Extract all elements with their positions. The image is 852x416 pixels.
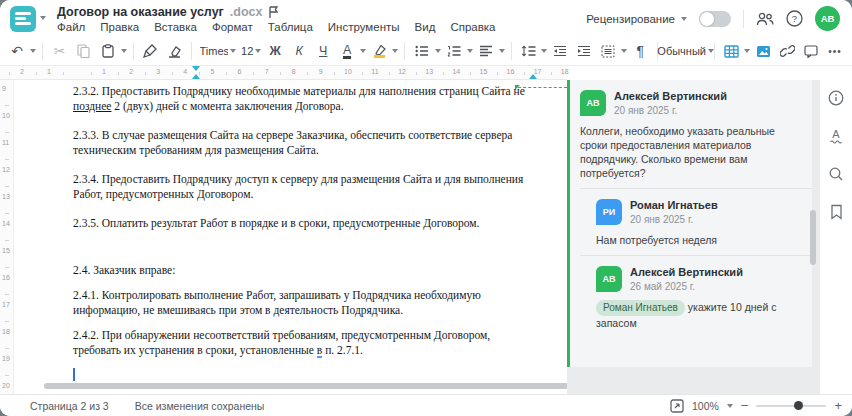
increase-indent-button[interactable] xyxy=(573,39,595,63)
toolbar: ↶ ✂ Times New ... 12 Ж К Ч А xyxy=(0,37,852,66)
paragraph-borders-caret-icon[interactable] xyxy=(621,49,627,53)
clear-formatting-button[interactable] xyxy=(163,39,185,63)
zoom-slider[interactable] xyxy=(756,405,826,407)
numbered-list-caret-icon[interactable] xyxy=(467,49,473,53)
insert-link-button[interactable] xyxy=(776,39,798,63)
document-info-icon[interactable] xyxy=(826,88,846,108)
status-bar: Страница 2 из 3 Все изменения сохранены … xyxy=(0,394,852,416)
document-title: Договор на оказание услуг xyxy=(57,5,224,19)
horizontal-ruler[interactable]: 21123456789101112131415161718 xyxy=(0,66,567,80)
highlight-color-button[interactable] xyxy=(368,39,390,63)
paragraph-2-3-3: 2.3.3. В случае размещения Сайта на серв… xyxy=(73,128,533,158)
svg-text:?: ? xyxy=(792,13,797,24)
decrease-indent-button[interactable] xyxy=(549,39,571,63)
insert-table-caret-icon[interactable] xyxy=(744,49,750,53)
underline-button[interactable]: Ч xyxy=(312,39,334,63)
menu-insert[interactable]: Вставка xyxy=(154,21,197,33)
bullet-list-button[interactable] xyxy=(411,39,433,63)
insert-table-button[interactable] xyxy=(720,39,742,63)
copy-button[interactable] xyxy=(73,39,95,63)
undo-button[interactable]: ↶ xyxy=(6,39,28,63)
paragraph-2-4: 2.4. Заказчик вправе: xyxy=(73,263,533,278)
menu-edit[interactable]: Правка xyxy=(100,21,139,33)
document-page[interactable]: 2.3.2. Предоставить Подрядчику необходим… xyxy=(14,80,567,394)
line-spacing-caret-icon[interactable] xyxy=(541,49,547,53)
paste-button[interactable] xyxy=(97,39,119,63)
header-divider xyxy=(743,10,744,28)
line-spacing-button[interactable] xyxy=(517,39,539,63)
app-menu-caret-icon[interactable] xyxy=(40,16,46,20)
comment-author: Алексей Вертинский xyxy=(614,90,727,102)
page-indicator: Страница 2 из 3 xyxy=(30,400,109,412)
collaborators-icon[interactable] xyxy=(756,12,774,26)
font-size-dropdown[interactable]: 12 xyxy=(240,39,262,63)
style-value: Обычный xyxy=(657,45,706,57)
zoom-caret-icon[interactable] xyxy=(727,404,733,408)
insert-image-button[interactable] xyxy=(752,39,774,63)
review-dropdown[interactable]: Рецензирование xyxy=(586,13,687,25)
comments-panel: АВ Алексей Вертинский 20 янв 2025 г. Кол… xyxy=(567,80,812,394)
menu-file[interactable]: Файл xyxy=(57,21,85,33)
bold-button[interactable]: Ж xyxy=(264,39,286,63)
paragraph-2-4-2: 2.4.2. При обнаружении несоответствий тр… xyxy=(73,328,533,358)
menu-tools[interactable]: Инструменты xyxy=(328,21,400,33)
paste-caret-icon[interactable] xyxy=(121,49,127,53)
comment-avatar: АВ xyxy=(580,90,606,116)
vertical-ruler: 91011121314151617181920 xyxy=(0,80,14,394)
menu-view[interactable]: Вид xyxy=(415,21,436,33)
comment-thread[interactable]: АВ Алексей Вертинский 20 янв 2025 г. Кол… xyxy=(567,80,812,367)
style-dropdown[interactable]: Обычный xyxy=(664,39,708,63)
flag-icon[interactable] xyxy=(268,6,280,19)
bullet-list-caret-icon[interactable] xyxy=(435,49,441,53)
comment-reply-item[interactable]: РИ Роман Игнатьев 20 янв 2025 г. Нам пот… xyxy=(570,189,812,255)
comment-reply-item[interactable]: АВ Алексей Вертинский 26 май 2025 г. Ром… xyxy=(570,256,812,338)
mention-chip[interactable]: Роман Игнатьев xyxy=(596,300,685,316)
align-caret-icon[interactable] xyxy=(499,49,505,53)
format-painter-button[interactable] xyxy=(139,39,161,63)
numbered-list-button[interactable] xyxy=(443,39,465,63)
comment-avatar: АВ xyxy=(596,266,622,292)
show-paragraph-marks-button[interactable]: ¶ xyxy=(629,39,651,63)
panel-scrollbar[interactable] xyxy=(810,210,816,265)
insert-comment-button[interactable] xyxy=(800,39,822,63)
comment-date: 20 янв 2025 г. xyxy=(630,214,718,225)
underlined-text: позднее xyxy=(73,100,111,112)
chevron-down-icon xyxy=(681,17,687,21)
font-name-dropdown[interactable]: Times New ... xyxy=(198,39,239,63)
review-toggle[interactable] xyxy=(699,11,731,27)
zoom-out-button[interactable]: − xyxy=(741,398,749,413)
comment-avatar: РИ xyxy=(596,199,622,225)
highlight-caret-icon[interactable] xyxy=(392,49,398,53)
comment-author: Алексей Вертинский xyxy=(630,266,743,278)
header: Договор на оказание услуг.docx Файл Прав… xyxy=(0,0,852,37)
comment-date: 26 май 2025 г. xyxy=(630,281,743,292)
menu-help[interactable]: Справка xyxy=(450,21,495,33)
align-button[interactable] xyxy=(475,39,497,63)
menu-table[interactable]: Таблица xyxy=(268,21,313,33)
font-color-button[interactable]: А xyxy=(336,39,358,63)
comment-item[interactable]: АВ Алексей Вертинский 20 янв 2025 г. Кол… xyxy=(570,80,812,188)
user-avatar[interactable]: АВ xyxy=(815,6,840,31)
paragraph-borders-button[interactable] xyxy=(597,39,619,63)
italic-button[interactable]: К xyxy=(288,39,310,63)
cut-button[interactable]: ✂ xyxy=(49,39,71,63)
zoom-slider-handle[interactable] xyxy=(794,401,803,410)
first-line-indent-marker[interactable] xyxy=(192,66,200,71)
search-icon[interactable] xyxy=(826,164,846,184)
font-color-caret-icon[interactable] xyxy=(360,49,366,53)
spellcheck-icon[interactable]: A xyxy=(826,126,846,146)
fit-width-icon[interactable] xyxy=(670,399,684,413)
comment-text: Роман Игнатьев укажите 10 дней с запасом xyxy=(596,300,802,330)
paragraph-2-3-4: 2.3.4. Предоставить Подрядчику доступ к … xyxy=(73,172,533,202)
help-icon[interactable]: ? xyxy=(786,10,803,27)
zoom-in-button[interactable]: + xyxy=(834,398,842,413)
horizontal-scrollbar[interactable] xyxy=(44,383,567,389)
zoom-value[interactable]: 100% xyxy=(692,400,719,412)
toolbar-more-button[interactable]: ••• xyxy=(824,39,846,63)
bookmark-icon[interactable] xyxy=(826,202,846,222)
app-logo-icon[interactable] xyxy=(10,6,36,32)
menu-format[interactable]: Формат xyxy=(212,21,253,33)
undo-caret-icon[interactable] xyxy=(30,49,36,53)
save-status: Все изменения сохранены xyxy=(135,400,265,412)
font-name-value: Times New ... xyxy=(200,45,229,57)
